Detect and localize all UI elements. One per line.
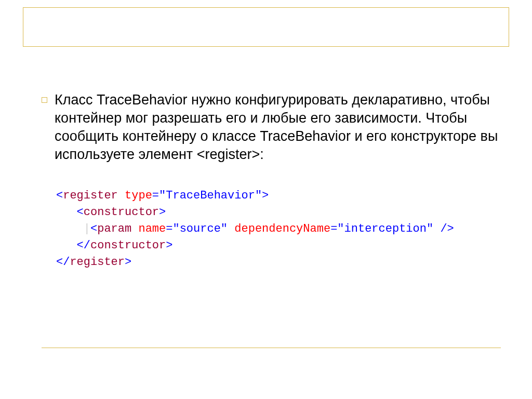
code-token bbox=[118, 189, 125, 202]
code-snippet: <register type="TraceBehavior"> <constru… bbox=[56, 188, 501, 270]
code-token: < bbox=[77, 206, 84, 219]
code-token: register bbox=[63, 189, 118, 202]
slide: Класс TraceBehavior нужно конфигурироват… bbox=[0, 0, 532, 399]
bullet-item: Класс TraceBehavior нужно конфигурироват… bbox=[42, 91, 501, 164]
indent-guide-icon: | bbox=[84, 222, 90, 235]
code-token: param bbox=[97, 222, 131, 235]
code-token: </ bbox=[56, 256, 70, 269]
code-token: name bbox=[138, 222, 166, 235]
code-token: = bbox=[330, 222, 337, 235]
code-token: > bbox=[159, 206, 166, 219]
code-token: constructor bbox=[84, 206, 159, 219]
code-token: dependencyName bbox=[234, 222, 330, 235]
code-token: constructor bbox=[90, 239, 166, 252]
bullet-marker-icon bbox=[42, 97, 47, 103]
code-token: > bbox=[262, 189, 269, 202]
title-placeholder-box bbox=[23, 7, 509, 47]
content-area: Класс TraceBehavior нужно конфигурироват… bbox=[42, 91, 501, 271]
code-token bbox=[56, 222, 84, 235]
code-token: /> bbox=[440, 222, 454, 235]
code-token bbox=[56, 239, 77, 252]
code-token: = bbox=[166, 222, 172, 235]
code-token bbox=[433, 222, 440, 235]
code-token bbox=[131, 222, 138, 235]
code-token bbox=[228, 222, 234, 235]
code-token: = bbox=[152, 189, 159, 202]
code-token: register bbox=[70, 256, 125, 269]
code-token: "interception" bbox=[337, 222, 433, 235]
code-token: </ bbox=[77, 239, 90, 252]
code-token: > bbox=[166, 239, 172, 252]
code-token: < bbox=[56, 189, 63, 202]
code-token: "TraceBehavior" bbox=[159, 189, 262, 202]
code-token: < bbox=[90, 222, 97, 235]
code-token: > bbox=[125, 256, 131, 269]
bullet-text: Класс TraceBehavior нужно конфигурироват… bbox=[55, 91, 501, 164]
code-token: "source" bbox=[172, 222, 228, 235]
bottom-divider bbox=[42, 348, 501, 349]
code-token bbox=[56, 206, 77, 219]
code-token: type bbox=[125, 189, 152, 202]
